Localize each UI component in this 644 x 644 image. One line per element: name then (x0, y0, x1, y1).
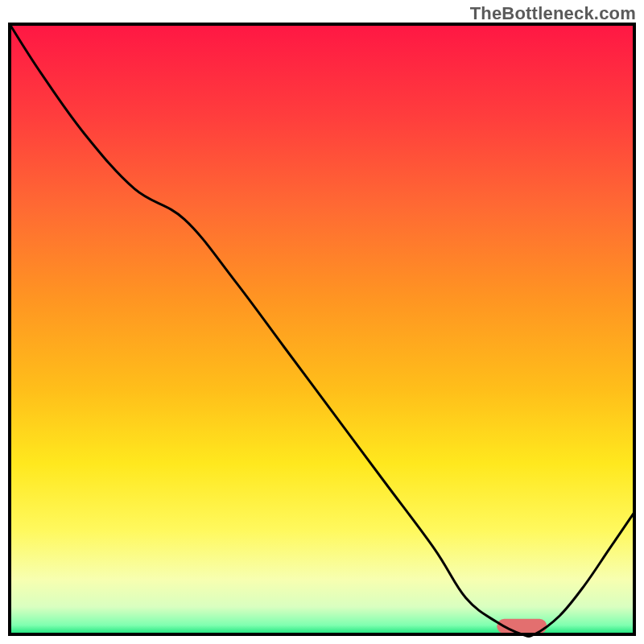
chart-container: TheBottleneck.com (0, 0, 644, 644)
bottleneck-chart (0, 0, 644, 644)
plot-background (10, 24, 634, 634)
watermark-text: TheBottleneck.com (470, 3, 636, 24)
